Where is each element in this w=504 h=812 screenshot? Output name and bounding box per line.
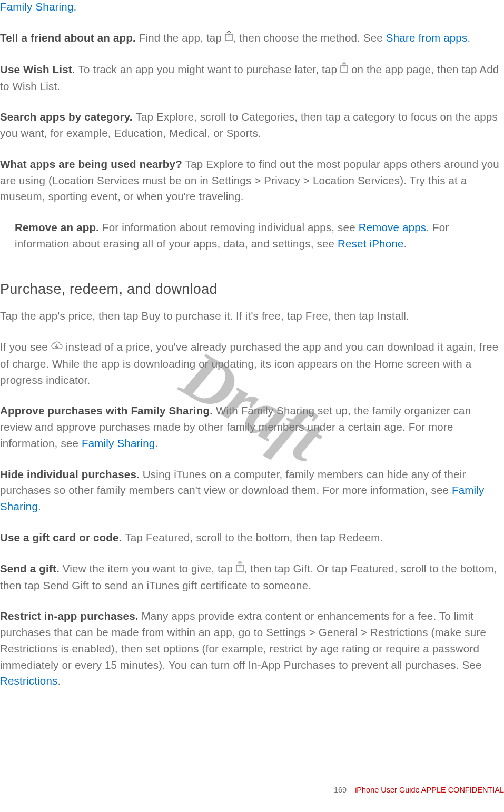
text: For information about removing individua… [102,221,359,233]
text: . [155,437,158,449]
page-number: 169 [334,786,347,794]
text: Find the app, tap [139,32,225,44]
document-body: Family Sharing. Tell a friend about an a… [0,0,504,689]
paragraph: Tell a friend about an app. Find the app… [0,30,504,47]
text: . [467,32,470,44]
text: , then choose the method. See [233,32,386,44]
bold-label: Use a gift card or code. [0,531,125,543]
page-footer: 169 iPhone User Guide APPLE CONFIDENTIAL [334,785,504,796]
bold-label: Approve purchases with Family Sharing. [0,404,216,417]
paragraph: Use a gift card or code. Tap Featured, s… [0,530,504,546]
paragraph: Tap the app's price, then tap Buy to pur… [0,308,504,324]
bold-label: Send a gift. [0,562,63,575]
paragraph: Approve purchases with Family Sharing. W… [0,403,504,451]
paragraph: What apps are being used nearby? Tap Exp… [0,156,504,205]
paragraph: Send a gift. View the item you want to g… [0,561,504,594]
paragraph: Hide individual purchases. Using iTunes … [0,467,504,515]
reset-iphone-link[interactable]: Reset iPhone [338,237,403,250]
share-icon [236,560,244,577]
paragraph: Search apps by category. Tap Explore, sc… [0,109,504,142]
footer-confidential: APPLE CONFIDENTIAL [420,786,504,794]
paragraph: Use Wish List. To track an app you might… [0,62,504,95]
bold-label: Use Wish List. [0,63,78,75]
remove-apps-link[interactable]: Remove apps [359,221,427,233]
text: instead of a price, you've already purch… [0,341,498,386]
family-sharing-link[interactable]: Family Sharing [82,437,155,449]
paragraph: If you see instead of a price, you've al… [0,339,504,388]
bold-label: Restrict in-app purchases. [0,610,142,622]
text: . [38,500,41,512]
bold-label: Tell a friend about an app. [0,32,139,44]
share-from-apps-link[interactable]: Share from apps [386,32,468,44]
paragraph-indented: Remove an app. For information about rem… [15,220,504,252]
paragraph: Family Sharing. [0,0,504,15]
family-sharing-link[interactable]: Family Sharing [0,1,74,13]
section-heading: Purchase, redeem, and download [0,279,504,300]
text: View the item you want to give, tap [63,562,236,575]
paragraph: Restrict in-app purchases. Many apps pro… [0,608,504,689]
bold-label: Hide individual purchases. [0,468,143,480]
bold-label: Search apps by category. [0,111,136,123]
bold-label: Remove an app. [15,221,102,233]
footer-title: iPhone User Guide [355,786,420,794]
text: . [74,1,77,13]
text: Tap Featured, scroll to the bottom, then… [125,531,383,543]
share-icon [225,29,233,46]
bold-label: What apps are being used nearby? [0,158,185,170]
restrictions-link[interactable]: Restrictions [0,675,58,687]
share-icon [340,61,348,77]
cloud-download-icon [51,339,63,355]
text: If you see [0,341,51,353]
text: Tap the app's price, then tap Buy to pur… [0,310,409,322]
text: . [58,675,61,687]
text: To track an app you might want to purcha… [78,63,340,75]
text: . [404,237,407,250]
